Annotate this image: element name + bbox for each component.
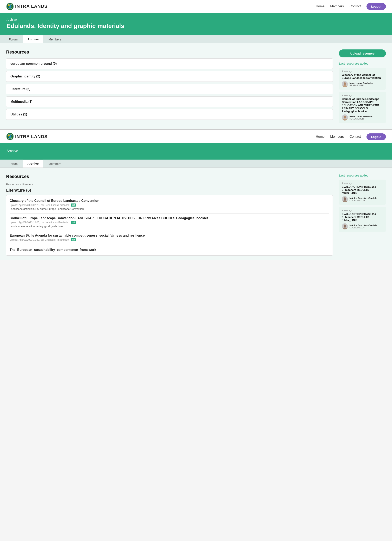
lit-upload-1: Upload: Ago/09/2023 02:29, por Irene Luc… bbox=[10, 203, 329, 207]
card3-author-row: Mónica González Candela COORDINADOR bbox=[342, 196, 383, 202]
navbar-2: INTRA LANDS Home Members Contact Logout bbox=[0, 130, 392, 143]
hero-banner-2: Archive bbox=[0, 143, 392, 160]
lit-title-1[interactable]: Glossary of the Council of Europe Landsc… bbox=[10, 199, 329, 203]
left-col-2: Resources Resources > Literature Literat… bbox=[6, 174, 333, 255]
tab-archive-2[interactable]: Archive bbox=[23, 160, 43, 167]
svg-point-7 bbox=[343, 85, 347, 87]
content-area-2: Resources Resources > Literature Literat… bbox=[0, 168, 392, 260]
svg-point-8 bbox=[344, 116, 346, 118]
tab-members-2[interactable]: Members bbox=[44, 160, 66, 167]
lit-title-3[interactable]: European Skills Agenda for sustainable c… bbox=[10, 234, 329, 237]
category-literature[interactable]: Literature (6) bbox=[6, 84, 333, 94]
svg-point-17 bbox=[343, 200, 347, 202]
lit-item-1: Glossary of the Council of Europe Landsc… bbox=[10, 196, 329, 213]
tab-forum-1[interactable]: Forum bbox=[4, 35, 22, 43]
card4-author-info: Mónica González Candela COORDINADOR bbox=[350, 224, 377, 229]
svg-point-14 bbox=[8, 135, 10, 136]
resources-title-2: Resources bbox=[6, 174, 333, 179]
hero-banner-1: Archive Edulands. Identity and graphic m… bbox=[0, 13, 392, 35]
left-col-1: Resources european common ground (0) Gra… bbox=[6, 49, 333, 125]
card1-author-name: Irene Lucas Ferrández bbox=[350, 82, 373, 84]
category-multimedia[interactable]: Multimedia (1) bbox=[6, 96, 333, 107]
lit-title-2[interactable]: Council of Europe Landscape Convention L… bbox=[10, 216, 329, 220]
tab-forum-2[interactable]: Forum bbox=[4, 160, 22, 167]
upload-resource-button[interactable]: Upload resource bbox=[339, 49, 386, 57]
card3-avatar bbox=[342, 196, 348, 202]
right-col-2: Last resources added 1 year ago EVALU-AC… bbox=[339, 174, 386, 255]
right-col-1: Upload resource Last resources added 1 y… bbox=[339, 49, 386, 125]
logo-2: INTRA LANDS bbox=[6, 133, 48, 140]
card1-author-row: Irene Lucas Ferrández RESEARCHER bbox=[342, 81, 383, 87]
literature-section-title: Literature (6) bbox=[6, 188, 333, 193]
last-resources-label-1: Last resources added bbox=[339, 62, 386, 65]
svg-point-16 bbox=[344, 197, 346, 200]
card1-author-role: RESEARCHER bbox=[350, 84, 373, 87]
resource-card-1: 1 year ago Glossary of the Council of Eu… bbox=[339, 68, 386, 90]
hero-title-1: Edulands. Identity and graphic materials bbox=[6, 22, 386, 29]
hero-subtitle-1: Archive bbox=[6, 18, 386, 21]
last-resources-label-2: Last resources added bbox=[339, 174, 386, 177]
lit-item-4: The_European_sustainability_compentence_… bbox=[10, 245, 329, 255]
nav-home-1[interactable]: Home bbox=[316, 5, 325, 8]
logo-text-3: INTRA bbox=[15, 134, 30, 139]
nav-contact-1[interactable]: Contact bbox=[350, 5, 361, 8]
lit-item-3: European Skills Agenda for sustainable c… bbox=[10, 231, 329, 245]
svg-point-18 bbox=[344, 224, 346, 227]
card2-avatar bbox=[342, 114, 348, 120]
svg-point-15 bbox=[10, 137, 12, 138]
tab-archive-1[interactable]: Archive bbox=[23, 35, 43, 43]
card2-title[interactable]: Council of Europe Landscape Convention L… bbox=[342, 98, 383, 113]
card2-time: 1 year ago bbox=[342, 94, 383, 97]
lit-desc-2: Landscape education pedagogical guide li… bbox=[10, 225, 329, 228]
nav-contact-2[interactable]: Contact bbox=[350, 135, 361, 139]
logo-text-4: LANDS bbox=[31, 134, 48, 139]
card2-author-name: Irene Lucas Ferrández bbox=[350, 115, 373, 118]
card1-avatar bbox=[342, 81, 348, 87]
card2-author-info: Irene Lucas Ferrández RESEARCHER bbox=[350, 115, 373, 120]
lit-item-2: Council of Europe Landscape Convention L… bbox=[10, 213, 329, 231]
nav-links-1: Home Members Contact Logout bbox=[316, 3, 386, 10]
pdf-badge-3: pdf bbox=[71, 238, 76, 241]
category-graphic[interactable]: Graphic identity (2) bbox=[6, 71, 333, 82]
svg-point-4 bbox=[8, 5, 10, 6]
logo-text-2: LANDS bbox=[31, 4, 48, 9]
literature-list: Glossary of the Council of Europe Landsc… bbox=[6, 195, 333, 255]
resource-card-4: 1 year ago EVALU-ACTION PHASE 2 & 3_Teac… bbox=[339, 207, 386, 232]
svg-point-5 bbox=[10, 6, 12, 8]
card3-author-info: Mónica González Candela COORDINADOR bbox=[350, 197, 377, 202]
card1-title[interactable]: Glossary of the Council of Europe Landsc… bbox=[342, 73, 383, 79]
logo-text: INTRA bbox=[15, 4, 30, 9]
resource-card-3: 1 year ago EVALU-ACTION PHASE 2 & 3_Teac… bbox=[339, 180, 386, 205]
category-european[interactable]: european common ground (0) bbox=[6, 58, 333, 69]
logout-button-2[interactable]: Logout bbox=[366, 133, 386, 140]
card3-author-role: COORDINADOR bbox=[350, 199, 377, 202]
logo-1: INTRA LANDS bbox=[6, 2, 48, 10]
card3-title[interactable]: EVALU-ACTION PHASE 2 & 3_Teachers RESULT… bbox=[342, 185, 383, 194]
card4-title[interactable]: EVALU-ACTION PHASE 2 & 3_Teachers RESULT… bbox=[342, 213, 383, 222]
card2-author-role: RESEARCHER bbox=[350, 118, 373, 120]
lit-desc-1: Landscape definition, EU frame Europe La… bbox=[10, 207, 329, 210]
hero-subtitle-2: Archive bbox=[6, 149, 386, 153]
nav-home-2[interactable]: Home bbox=[316, 135, 325, 139]
card4-time: 1 year ago bbox=[342, 209, 383, 212]
card3-time: 1 year ago bbox=[342, 182, 383, 184]
pdf-badge-2: pdf bbox=[71, 221, 76, 224]
card4-author-row: Mónica González Candela COORDINADOR bbox=[342, 223, 383, 229]
lit-title-4[interactable]: The_European_sustainability_compentence_… bbox=[10, 248, 329, 252]
card4-avatar bbox=[342, 223, 348, 229]
breadcrumb: Resources > Literature bbox=[6, 183, 333, 186]
logo-globe-icon-2 bbox=[6, 133, 14, 140]
nav-members-2[interactable]: Members bbox=[330, 135, 344, 139]
content-area-1: Resources european common ground (0) Gra… bbox=[0, 43, 392, 129]
category-utilities[interactable]: Utilities (1) bbox=[6, 109, 333, 120]
resources-title-1: Resources bbox=[6, 49, 333, 55]
pdf-badge-1: pdf bbox=[71, 203, 76, 207]
tab-bar-1: Forum Archive Members bbox=[0, 35, 392, 43]
nav-members-1[interactable]: Members bbox=[330, 5, 344, 8]
logout-button-1[interactable]: Logout bbox=[366, 3, 386, 10]
card1-time: 1 year ago bbox=[342, 70, 383, 73]
tab-bar-2: Forum Archive Members bbox=[0, 160, 392, 168]
tab-members-1[interactable]: Members bbox=[44, 35, 66, 43]
svg-point-6 bbox=[344, 82, 346, 85]
lit-upload-2: Upload: Ago/09/2023 12:05, por Irene Luc… bbox=[10, 221, 329, 224]
